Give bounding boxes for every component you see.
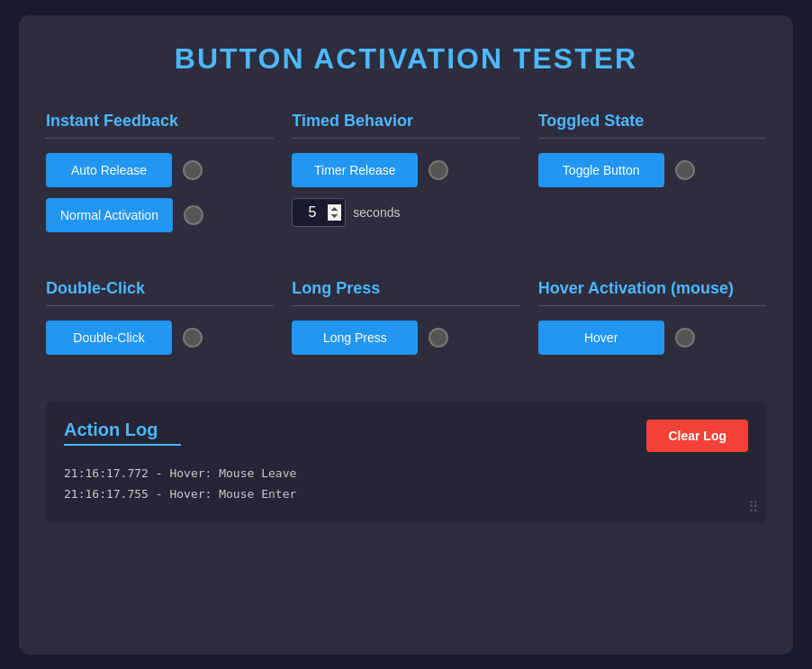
log-header: Action Log Clear Log [64,420,748,452]
hover-activation-divider [538,305,766,306]
instant-feedback-title: Instant Feedback [46,112,274,131]
timed-behavior-title: Timed Behavior [292,112,519,131]
seconds-input[interactable] [292,198,346,227]
timer-release-indicator [429,160,448,180]
app-title: BUTTON ACTIVATION TESTER [46,42,766,76]
double-click-row: Double-Click [46,321,274,355]
auto-release-row: Auto Release [46,153,274,187]
toggle-button-row: Toggle Button [538,153,766,187]
resize-handle-icon: ⠿ [748,499,759,516]
double-click-button[interactable]: Double-Click [46,321,172,355]
normal-activation-row: Normal Activation [46,198,274,232]
log-title: Action Log [64,420,181,440]
timer-release-button[interactable]: Timer Release [292,153,418,187]
toggled-state-section: Toggled State Toggle Button [538,103,766,252]
long-press-divider [292,305,519,306]
hover-activation-title: Hover Activation (mouse) [538,279,766,298]
timer-release-row: Timer Release [292,153,519,187]
hover-row: Hover [538,321,766,355]
toggle-button[interactable]: Toggle Button [538,153,664,187]
hover-activation-section: Hover Activation (mouse) Hover [538,270,766,375]
long-press-title: Long Press [292,279,519,298]
double-click-section: Double-Click Double-Click [46,270,274,375]
normal-activation-indicator [184,205,203,225]
timed-behavior-section: Timed Behavior Timer Release seconds [292,103,519,252]
log-title-divider [64,444,181,446]
normal-activation-button[interactable]: Normal Activation [46,198,173,232]
long-press-row: Long Press [292,321,519,355]
instant-feedback-divider [46,138,274,139]
hover-button[interactable]: Hover [538,321,664,355]
long-press-indicator [429,328,448,348]
action-log-section: Action Log Clear Log 21:16:17.772 - Hove… [46,402,766,523]
toggled-state-divider [538,138,766,139]
instant-feedback-section: Instant Feedback Auto Release Normal Act… [46,103,274,252]
toggle-indicator [675,160,695,180]
log-entry-1: 21:16:17.772 - Hover: Mouse Leave [64,463,748,484]
toggled-state-title: Toggled State [538,112,766,131]
hover-indicator [675,328,695,348]
timed-behavior-divider [292,138,519,139]
log-entries: 21:16:17.772 - Hover: Mouse Leave 21:16:… [64,463,748,505]
double-click-title: Double-Click [46,279,274,298]
long-press-button[interactable]: Long Press [292,321,418,355]
double-click-divider [46,305,274,306]
auto-release-indicator [183,160,203,180]
double-click-indicator [183,328,203,348]
auto-release-button[interactable]: Auto Release [46,153,172,187]
seconds-label: seconds [353,205,400,220]
timer-input-row: seconds [292,198,519,227]
app-container: BUTTON ACTIVATION TESTER Instant Feedbac… [19,15,793,655]
long-press-section: Long Press Long Press [292,270,519,375]
clear-log-button[interactable]: Clear Log [646,420,748,452]
log-entry-2: 21:16:17.755 - Hover: Mouse Enter [64,484,748,504]
sections-grid: Instant Feedback Auto Release Normal Act… [46,103,766,375]
log-title-wrapper: Action Log [64,420,181,446]
